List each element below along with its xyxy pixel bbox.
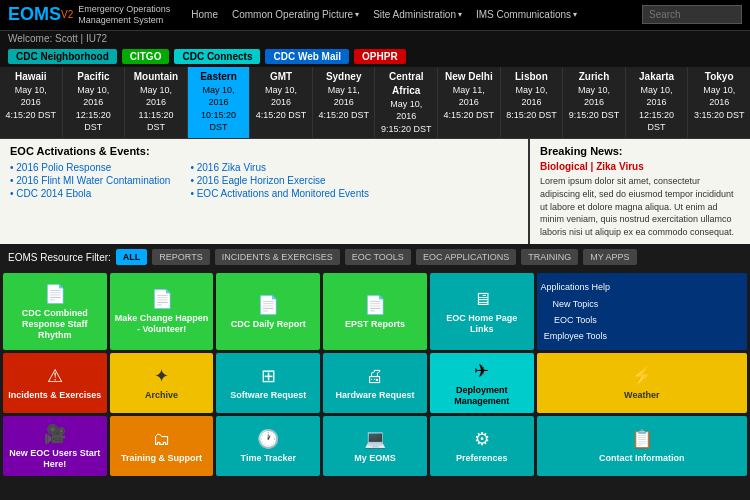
clock-gmt: GMT May 10, 2016 4:15:20 DST [250, 67, 313, 139]
clock-tokyo: Tokyo May 10, 2016 3:15:20 DST [688, 67, 750, 139]
quick-links-bar: CDC Neighborhood CITGO CDC Connects CDC … [0, 46, 750, 67]
breaking-news-tag[interactable]: Biological | Zika Virus [540, 161, 740, 172]
document-icon: 📄 [364, 294, 386, 316]
eoc-item[interactable]: EOC Activations and Monitored Events [190, 188, 369, 199]
app-contact-info[interactable]: 📋 Contact Information [537, 416, 747, 476]
info-row: EOC Activations & Events: 2016 Polio Res… [0, 139, 750, 244]
eoc-item[interactable]: CDC 2014 Ebola [10, 188, 170, 199]
app-cdc-combined[interactable]: 📄 CDC Combined Response Staff Rhythm [3, 273, 107, 350]
filter-eoc-tools[interactable]: EOC TOOLS [345, 249, 411, 265]
eoc-item[interactable]: 2016 Flint MI Water Contamination [10, 175, 170, 186]
app-my-eoms[interactable]: 💻 My EOMS [323, 416, 427, 476]
eoc-item[interactable]: 2016 Zika Virus [190, 162, 369, 173]
resource-link-topics[interactable]: New Topics [541, 296, 611, 312]
camera-icon: 🎥 [44, 423, 66, 445]
eoc-list-col2: 2016 Zika Virus 2016 Eagle Horizon Exerc… [190, 162, 369, 201]
app-eoc-links[interactable]: 🖥 EOC Home Page Links [430, 273, 534, 350]
document-icon: 📄 [151, 288, 173, 310]
nav-cop[interactable]: Common Operating Picture [226, 6, 365, 23]
logo-version: V2 [61, 9, 73, 20]
resource-link-apps[interactable]: Applications Help [541, 279, 611, 295]
app-preferences[interactable]: ⚙ Preferences [430, 416, 534, 476]
app-resources-list[interactable]: Applications Help New Topics EOC Tools E… [537, 273, 747, 350]
filter-label: EOMS Resource Filter: [8, 252, 111, 263]
filter-training[interactable]: TRAINING [521, 249, 578, 265]
app-software-request[interactable]: ⊞ Software Request [216, 353, 320, 413]
app-make-change[interactable]: 📄 Make Change Happen - Volunteer! [110, 273, 214, 350]
clock-hawaii: Hawaii May 10, 2016 4:15:20 DST [0, 67, 63, 139]
filter-incidents[interactable]: INCIDENTS & EXERCISES [215, 249, 340, 265]
resource-link-employee[interactable]: Employee Tools [541, 328, 611, 344]
clock-mountain: Mountain May 10, 2016 11:15:20 DST [125, 67, 188, 139]
app-weather[interactable]: ⚡ Weather [537, 353, 747, 413]
breaking-news-title: Breaking News: [540, 145, 740, 157]
document-icon: 📄 [44, 283, 66, 305]
welcome-text: Welcome: Scott | IU72 [8, 33, 107, 44]
welcome-bar: Welcome: Scott | IU72 [0, 31, 750, 46]
filter-reports[interactable]: REPORTS [152, 249, 209, 265]
filter-eoc-apps[interactable]: EOC APPLICATIONS [416, 249, 516, 265]
clock-zurich: Zurich May 10, 2016 9:15:20 DST [563, 67, 626, 139]
monitor-icon: 🖥 [473, 289, 491, 310]
software-icon: ⊞ [261, 365, 276, 387]
apps-row2: ⚠ Incidents & Exercises ✦ Archive ⊞ Soft… [3, 353, 747, 413]
eoc-item[interactable]: 2016 Polio Response [10, 162, 170, 173]
hardware-icon: 🖨 [366, 366, 384, 387]
quick-link-cdc-web-mail[interactable]: CDC Web Mail [265, 49, 349, 64]
quick-link-cdc-connects[interactable]: CDC Connects [174, 49, 260, 64]
logo-eoms: EOMS [8, 4, 61, 25]
archive-icon: ✦ [154, 365, 169, 387]
filter-myapps[interactable]: MY APPS [583, 249, 636, 265]
clock-eastern: Eastern May 10, 2016 10:15:20 DST [188, 67, 251, 139]
apps-row3: 🎥 New EOC Users Start Here! 🗂 Training &… [3, 416, 747, 476]
filter-bar: EOMS Resource Filter: ALL REPORTS INCIDE… [0, 244, 750, 270]
app-hardware-request[interactable]: 🖨 Hardware Request [323, 353, 427, 413]
app-new-users[interactable]: 🎥 New EOC Users Start Here! [3, 416, 107, 476]
lightning-icon: ⚡ [631, 365, 653, 387]
clock-sydney: Sydney May 11, 2016 4:15:20 DST [313, 67, 376, 139]
search-input[interactable] [642, 5, 742, 24]
apps-grid: 📄 CDC Combined Response Staff Rhythm 📄 M… [0, 270, 750, 479]
main-nav: Home Common Operating Picture Site Admin… [185, 6, 642, 23]
quick-link-citgo[interactable]: CITGO [122, 49, 170, 64]
logo-area: EOMSV2 Emergency Operations Management S… [8, 4, 170, 26]
eoc-title: EOC Activations & Events: [10, 145, 518, 157]
gear-icon: ⚙ [474, 428, 490, 450]
quick-link-ophpr[interactable]: OPHPR [354, 49, 406, 64]
breaking-news-body: Lorem ipsum dolor sit amet, consectetur … [540, 175, 740, 238]
plane-icon: ✈ [474, 360, 489, 382]
filter-all[interactable]: ALL [116, 249, 148, 265]
apps-row1: 📄 CDC Combined Response Staff Rhythm 📄 M… [3, 273, 747, 350]
clock-jakarta: Jakarta May 10, 2016 12:15:20 DST [626, 67, 689, 139]
document-icon: 📄 [257, 294, 279, 316]
app-time-tracker[interactable]: 🕐 Time Tracker [216, 416, 320, 476]
laptop-icon: 💻 [364, 428, 386, 450]
quick-link-cdc-neighborhood[interactable]: CDC Neighborhood [8, 49, 117, 64]
eoc-columns: 2016 Polio Response 2016 Flint MI Water … [10, 162, 518, 201]
app-archive[interactable]: ✦ Archive [110, 353, 214, 413]
clock-pacific: Pacific May 10, 2016 12:15:20 DST [63, 67, 126, 139]
breaking-news-section: Breaking News: Biological | Zika Virus L… [530, 139, 750, 244]
nav-site-admin[interactable]: Site Administration [367, 6, 468, 23]
eoc-item[interactable]: 2016 Eagle Horizon Exercise [190, 175, 369, 186]
app-deployment[interactable]: ✈ Deployment Management [430, 353, 534, 413]
contact-icon: 📋 [631, 428, 653, 450]
nav-ims[interactable]: IMS Communications [470, 6, 583, 23]
app-epst[interactable]: 📄 EPST Reports [323, 273, 427, 350]
nav-home[interactable]: Home [185, 6, 224, 23]
app-incidents[interactable]: ⚠ Incidents & Exercises [3, 353, 107, 413]
clock-new-delhi: New Delhi May 11, 2016 4:15:20 DST [438, 67, 501, 139]
clock-central-africa: Central Africa May 10, 2016 9:15:20 DST [375, 67, 438, 139]
clocks-bar: Hawaii May 10, 2016 4:15:20 DST Pacific … [0, 67, 750, 140]
clock-lisbon: Lisbon May 10, 2016 8:15:20 DST [501, 67, 564, 139]
logo-tagline: Emergency Operations Management System [78, 4, 170, 26]
eoc-section: EOC Activations & Events: 2016 Polio Res… [0, 139, 530, 244]
training-icon: 🗂 [153, 429, 171, 450]
eoc-list-col1: 2016 Polio Response 2016 Flint MI Water … [10, 162, 170, 201]
resource-link-tools[interactable]: EOC Tools [541, 312, 611, 328]
warning-icon: ⚠ [47, 365, 63, 387]
app-cdc-daily[interactable]: 📄 CDC Daily Report [216, 273, 320, 350]
header: EOMSV2 Emergency Operations Management S… [0, 0, 750, 31]
app-training[interactable]: 🗂 Training & Support [110, 416, 214, 476]
clock-icon: 🕐 [257, 428, 279, 450]
